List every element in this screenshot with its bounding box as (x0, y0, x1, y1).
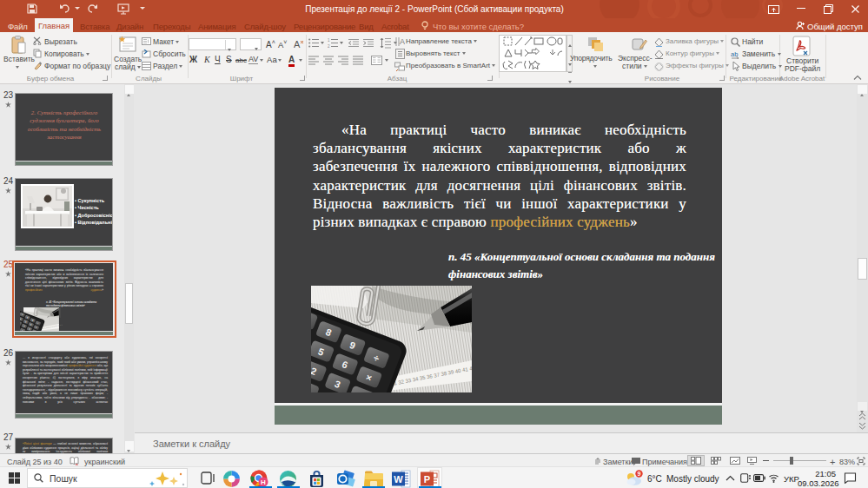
svg-text:2: 2 (328, 44, 330, 48)
svg-text:A: A (400, 37, 405, 46)
svg-text:W: W (394, 474, 403, 485)
svg-text:1: 1 (328, 38, 330, 43)
svg-text:9: 9 (638, 471, 641, 477)
svg-text:P: P (424, 474, 430, 485)
svg-text:А: А (294, 39, 301, 49)
svg-text:H: H (261, 478, 266, 486)
